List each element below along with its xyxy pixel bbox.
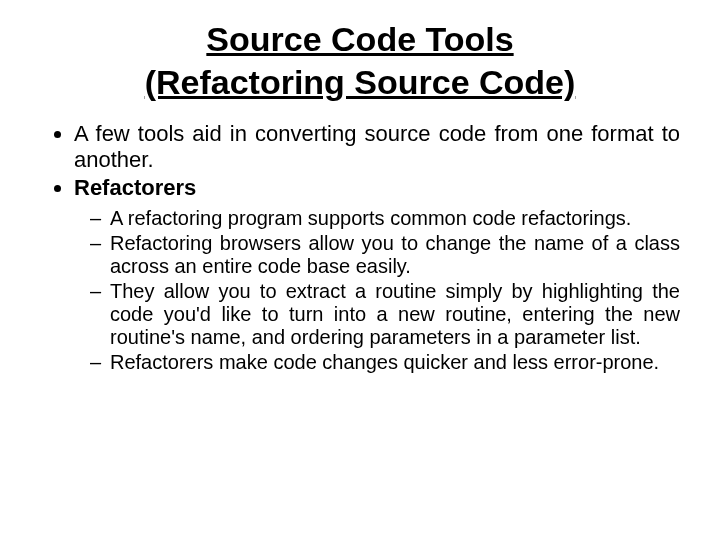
- bullet-item-2: Refactorers A refactoring program suppor…: [74, 175, 680, 374]
- slide: Source Code Tools (Refactoring Source Co…: [0, 0, 720, 540]
- slide-title: Source Code Tools (Refactoring Source Co…: [40, 18, 680, 103]
- title-line-1: Source Code Tools: [206, 20, 513, 58]
- sub-bullet-4: Refactorers make code changes quicker an…: [110, 351, 680, 374]
- sub-bullet-2: Refactoring browsers allow you to change…: [110, 232, 680, 278]
- bullet-item-1: A few tools aid in converting source cod…: [74, 121, 680, 173]
- sub-bullet-1: A refactoring program supports common co…: [110, 207, 680, 230]
- bullet-item-2-label: Refactorers: [74, 175, 196, 200]
- sub-bullet-list: A refactoring program supports common co…: [74, 207, 680, 374]
- sub-bullet-3: They allow you to extract a routine simp…: [110, 280, 680, 349]
- bullet-list: A few tools aid in converting source cod…: [40, 121, 680, 374]
- title-line-2: (Refactoring Source Code): [145, 63, 576, 101]
